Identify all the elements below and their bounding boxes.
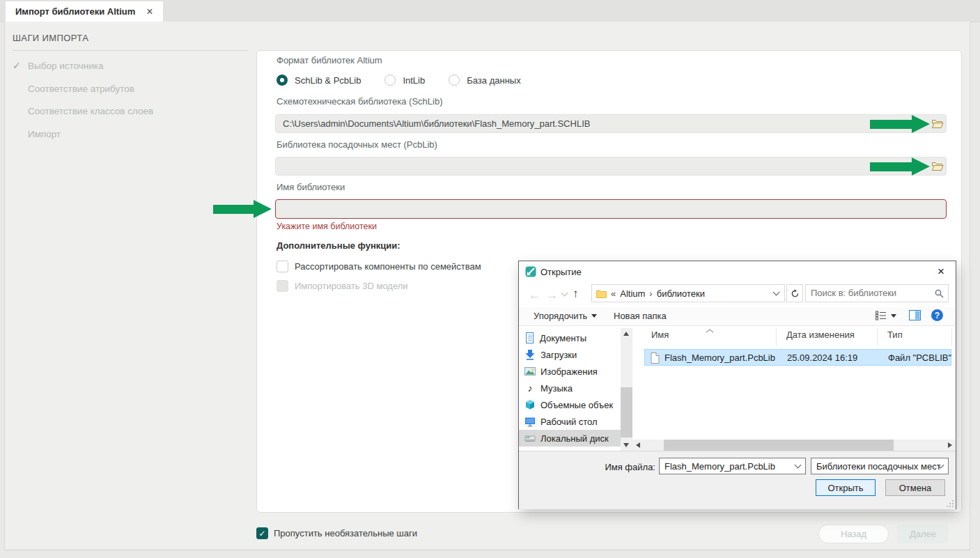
- nav-up-icon[interactable]: ↑: [573, 288, 579, 300]
- column-header-type[interactable]: Тип: [887, 330, 903, 340]
- tab-title: Импорт библиотеки Altium: [15, 6, 135, 17]
- resize-grip-icon[interactable]: [947, 500, 954, 507]
- horizontal-scrollbar-thumb[interactable]: [664, 440, 894, 451]
- cube-3d-icon: [524, 399, 536, 410]
- nav-back-icon[interactable]: ←: [529, 289, 540, 301]
- scroll-up-icon[interactable]: [623, 332, 629, 336]
- import-steps-title: ШАГИ ИМПОРТА: [13, 33, 88, 43]
- cancel-button[interactable]: Отмена: [885, 479, 945, 496]
- pointer-arrow-name: [213, 200, 272, 218]
- documents-icon: [524, 332, 535, 343]
- new-folder-button[interactable]: Новая папка: [614, 311, 667, 321]
- tree-item-downloads[interactable]: Загрузки: [524, 346, 621, 363]
- address-dropdown-chevron-icon[interactable]: [773, 289, 780, 296]
- schlib-path-input[interactable]: C:\Users\admin\Documents\Altium\библиоте…: [275, 114, 947, 133]
- skip-steps-checkbox[interactable]: ✓: [256, 527, 268, 539]
- tree-item-documents[interactable]: Документы: [524, 330, 621, 346]
- folder-icon: [596, 289, 607, 298]
- radio-intlib[interactable]: [384, 75, 396, 86]
- library-name-input[interactable]: [275, 199, 947, 219]
- address-breadcrumb[interactable]: « Altium › библиотеки: [591, 284, 785, 302]
- library-name-label: Имя библиотеки: [277, 182, 345, 192]
- dialog-close-icon[interactable]: ×: [932, 263, 950, 280]
- step-label: Соответствие атрибутов: [28, 84, 134, 94]
- folder-open-icon: [931, 118, 944, 129]
- disk-drive-icon: [524, 433, 536, 444]
- import-3d-checkbox: [277, 280, 288, 292]
- scroll-right-icon[interactable]: [948, 442, 952, 448]
- tab-close-icon[interactable]: ×: [146, 6, 153, 17]
- nav-history-chevron-icon[interactable]: [561, 290, 568, 297]
- schlib-path-value: C:\Users\admin\Documents\Altium\библиоте…: [283, 118, 590, 129]
- file-type: Файл "PCBLIB": [888, 352, 951, 363]
- tab-import-library[interactable]: Импорт библиотеки Altium ×: [6, 1, 163, 22]
- tree-scrollbar-thumb[interactable]: [621, 387, 632, 437]
- open-file-dialog: Открытие × ← → ↑ « Altium › библиотеки У…: [518, 261, 956, 509]
- schlib-browse-button[interactable]: [930, 116, 945, 130]
- sidebar-step-attributes: ✓ Соответствие атрибутов: [13, 80, 134, 97]
- dialog-bottom-panel: Имя файла: Flash_Memory_part.PcbLib Библ…: [519, 451, 956, 509]
- checkbox-label: Импортировать 3D модели: [295, 281, 408, 291]
- breadcrumb-item-altium[interactable]: Altium: [620, 288, 645, 299]
- search-input[interactable]: [806, 285, 935, 300]
- format-radio-group: SchLib & PcbLib IntLib База данных: [277, 75, 521, 86]
- dialog-title-bar[interactable]: Открытие ×: [519, 261, 956, 282]
- desktop-icon: [524, 417, 536, 427]
- pcblib-path-input[interactable]: [275, 157, 947, 176]
- tree-item-local-disk[interactable]: Локальный диск: [519, 430, 621, 447]
- pcblib-browse-button[interactable]: [930, 159, 945, 173]
- tree-item-3d-objects[interactable]: Объемные объек: [524, 396, 621, 413]
- refresh-icon: [791, 289, 800, 298]
- open-button[interactable]: Открыть: [816, 479, 876, 496]
- tree-scrollbar[interactable]: [621, 328, 632, 451]
- sort-by-family-checkbox[interactable]: [277, 261, 288, 272]
- refresh-button[interactable]: [786, 284, 803, 302]
- column-header-name[interactable]: Имя: [651, 330, 669, 340]
- organize-menu[interactable]: Упорядочить: [534, 311, 597, 321]
- filter-value: Библиотеки посадочных мест: [816, 461, 941, 472]
- pointer-arrow-pcblib: [870, 157, 930, 176]
- tree-item-pictures[interactable]: Изображения: [524, 363, 621, 380]
- name-error-text: Укажите имя библиотеки: [277, 222, 377, 231]
- breadcrumb-collapsed[interactable]: «: [611, 288, 616, 299]
- sort-ascending-icon: [706, 329, 714, 333]
- import-3d-option: Импортировать 3D модели: [277, 280, 408, 292]
- file-date: 25.09.2024 16:19: [787, 352, 857, 363]
- filename-dropdown-icon[interactable]: [795, 462, 802, 469]
- view-mode-button[interactable]: [876, 311, 896, 320]
- radio-database[interactable]: [449, 75, 460, 86]
- check-icon: ✓: [258, 529, 265, 538]
- nav-forward-icon[interactable]: →: [546, 289, 558, 301]
- back-button[interactable]: Назад: [818, 525, 889, 543]
- sidebar-step-source: ✓ Выбор источника: [13, 57, 103, 74]
- scroll-down-icon[interactable]: [623, 443, 629, 447]
- sidebar-step-import: ✓ Импорт: [13, 125, 61, 142]
- dialog-title: Открытие: [540, 267, 582, 277]
- radio-schlib-pcblib[interactable]: [277, 75, 288, 86]
- schlib-label: Схемотехническая библиотека (SchLib): [277, 96, 443, 107]
- column-header-date[interactable]: Дата изменения: [786, 330, 855, 340]
- folder-open-icon: [931, 161, 944, 171]
- scroll-left-icon[interactable]: [636, 442, 640, 448]
- search-box[interactable]: [805, 284, 949, 302]
- tree-item-desktop[interactable]: Рабочий стол: [524, 413, 621, 430]
- sort-by-family-option: Рассортировать компоненты по семействам: [277, 261, 481, 272]
- step-label: Соответствие классов слоев: [28, 106, 153, 116]
- preview-pane-button[interactable]: [909, 310, 921, 320]
- step-done-check-icon: ✓: [13, 60, 28, 71]
- file-type-filter[interactable]: Библиотеки посадочных мест: [811, 458, 949, 474]
- skip-steps-label: Пропустить необязательные шаги: [274, 528, 417, 538]
- tree-item-music[interactable]: ♪ Музыка: [524, 380, 621, 396]
- list-horizontal-scrollbar[interactable]: [632, 440, 956, 451]
- next-button[interactable]: Далее: [897, 525, 949, 543]
- music-icon: ♪: [524, 382, 536, 394]
- search-icon: [935, 289, 944, 298]
- view-mode-dropdown-icon: [891, 314, 896, 318]
- help-button[interactable]: ?: [931, 309, 943, 321]
- file-row-selected[interactable]: Flash_Memory_part.PcbLib 25.09.2024 16:1…: [644, 349, 951, 366]
- pictures-icon: [524, 366, 536, 376]
- radio-label: SchLib & PcbLib: [295, 75, 361, 86]
- filename-combobox[interactable]: Flash_Memory_part.PcbLib: [659, 458, 806, 474]
- breadcrumb-item-libraries[interactable]: библиотеки: [657, 288, 705, 299]
- help-icon: ?: [931, 309, 943, 321]
